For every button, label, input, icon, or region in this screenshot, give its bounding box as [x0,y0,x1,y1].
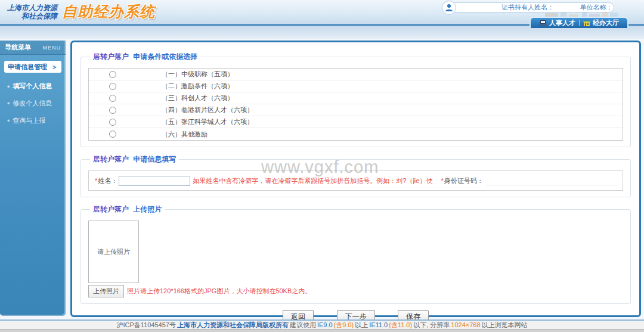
unit-name-value [613,4,614,11]
radio-button-icon[interactable] [109,71,116,78]
unit-name-label: 单位名称： [580,3,613,12]
option-label: （四）临港新片区人才（六项） [162,106,253,114]
browser-advice: 建议使用 [290,321,316,330]
radio-button-icon[interactable] [109,131,116,138]
section-application-info: 居转户落户 申请信息填写 * 姓名： 如果姓名中含有冷僻字，请在冷僻字后紧跟括号… [80,154,631,197]
ie-max-note: (含11.0) [389,321,412,330]
copyright-link[interactable]: 上海市人力资源和社会保障局版权所有 [177,321,289,330]
option-label: （一）中级职称（五项） [162,70,234,79]
id-number-input[interactable] [486,176,617,185]
condition-option-row[interactable]: （三）科创人才（六项） [89,92,623,104]
required-mark: * [441,177,443,184]
resolution-value: 1024×768 [451,321,480,328]
ie-min-version: IE9.0 [317,321,333,328]
legend-prefix: 居转户落户 [93,205,129,213]
advice-after: 以下, 分辨率 [413,321,450,330]
radio-button-icon[interactable] [109,107,116,114]
chevron-right-icon: ＞ [51,63,58,72]
photo-format-note: 照片请上传120*166格式的JPG图片，大小请控制在50KB之内。 [127,287,311,296]
section-legend: 居转户落户 申请信息填写 [90,154,179,165]
legend-text: 上传照片 [133,205,162,213]
tab-label: 经办大厅 [593,18,619,27]
icp-number: 沪ICP备11045457号 [116,321,175,330]
photo-preview-box: 请上传照片 [88,221,139,283]
upload-photo-button[interactable]: 上传照片 [88,285,124,297]
condition-option-row[interactable]: （二）激励条件（六项） [89,80,623,92]
building-icon [583,20,590,26]
legend-text: 申请条件或依据选择 [133,52,197,61]
cert-holder-name-label: 证书持有人姓名： [501,3,554,12]
advice-tail: 以上浏览本网站 [482,321,528,330]
logo-line1: 上海市人力资源 [7,4,57,12]
sidebar-menu-tag: MENU [43,45,61,51]
option-label: （六）其他激励 [162,130,208,139]
condition-option-row[interactable]: （一）中级职称（五项） [89,69,623,80]
photo-placeholder-text: 请上传照片 [97,247,130,256]
name-id-form-row: * 姓名： 如果姓名中含有冷僻字，请在冷僻字后紧跟括号加拼音加括号。例如：刘?（… [88,170,623,191]
section-upload-photo: 居转户落户 上传照片 请上传照片 上传照片 照片请上传120*166格式的JPG… [80,204,631,304]
tab-label: 人事人才 [549,18,575,27]
upload-row: 上传照片 照片请上传120*166格式的JPG图片，大小请控制在50KB之内。 [88,285,623,297]
section-condition-select: 居转户落户 申请条件或依据选择 （一）中级职称（五项） （二）激励条件（六项） … [80,52,631,147]
sidebar-item-query-report[interactable]: • 查询与上报 [0,112,66,129]
id-label-wrap: * 身份证号码： [441,176,483,185]
sidebar-group-application-info[interactable]: 申请信息管理 ＞ [4,61,61,73]
logo-org-name: 上海市人力资源 和社会保障 [7,4,57,20]
advice-between: 以上 [355,321,368,330]
ie-min-note: (含9.0) [334,321,354,330]
id-number-label: 身份证号码： [444,176,484,185]
main-content-panel: 居转户落户 申请条件或依据选择 （一）中级职称（五项） （二）激励条件（六项） … [70,41,641,317]
person-icon [442,1,456,15]
sidebar-title: 导航菜单 [5,43,31,52]
option-label: （二）激励条件（六项） [162,82,234,91]
option-label: （三）科创人才（六项） [162,94,234,103]
sidebar-item-label: 修改个人信息 [13,99,52,108]
tab-personnel-talent[interactable]: 人事人才 [535,18,579,27]
top-nav-tabs: 人事人才 经办大厅 [530,17,628,28]
sidebar-item-fill-personal-info[interactable]: • 填写个人信息 [0,77,66,95]
sidebar-header: 导航菜单 MENU [0,41,66,55]
menu-bullet-icon: • [7,84,10,89]
menu-bullet-icon: • [7,101,10,106]
condition-option-row[interactable]: （六）其他激励 [89,128,623,140]
section-legend: 居转户落户 申请条件或依据选择 [90,52,200,62]
radio-button-icon[interactable] [109,119,116,126]
legend-prefix: 居转户落户 [93,155,129,163]
legend-prefix: 居转户落户 [93,52,129,61]
ie-max-version: IE11.0 [369,321,388,328]
sidebar-nav: 导航菜单 MENU 申请信息管理 ＞ • 填写个人信息 • 修改个人信息 • 查… [0,41,66,316]
section-legend: 居转户落户 上传照片 [90,204,165,215]
laptop-icon [539,20,547,26]
option-label: （五）张江科学城人才（六项） [162,117,253,126]
name-input[interactable] [119,176,190,186]
radio-button-icon[interactable] [109,83,116,90]
legend-text: 申请信息填写 [133,155,176,163]
tab-service-hall[interactable]: 经办大厅 [580,18,623,27]
condition-options-table: （一）中级职称（五项） （二）激励条件（六项） （三）科创人才（六项） （四）临… [88,68,623,141]
radio-button-icon[interactable] [109,95,116,102]
cert-holder-name-value [554,4,555,11]
logo-system-name: 自助经办系统 [62,2,155,21]
logo-line2: 和社会保障 [7,12,57,20]
menu-bullet-icon: • [7,119,10,123]
sidebar-item-label: 填写个人信息 [13,82,52,91]
sidebar-item-label: 查询与上报 [13,116,45,125]
user-info-bar: 证书持有人姓名： 单位名称： [442,2,614,13]
sidebar-item-edit-personal-info[interactable]: • 修改个人信息 [0,95,66,112]
condition-option-row[interactable]: （四）临港新片区人才（六项） [89,104,623,116]
name-label: 姓名： [98,176,117,185]
page: 上海市人力资源 和社会保障 自助经办系统 证书持有人姓名： 单位名称： [0,0,644,332]
page-footer: 沪ICP备11045457号 上海市人力资源和社会保障局版权所有 建议使用 IE… [0,321,644,329]
app-logo: 上海市人力资源 和社会保障 自助经办系统 [7,2,155,21]
sidebar-group-label: 申请信息管理 [8,63,47,72]
required-mark: * [95,177,97,184]
condition-option-row[interactable]: （五）张江科学城人才（六项） [89,116,623,128]
rare-character-hint: 如果姓名中含有冷僻字，请在冷僻字后紧跟括号加拼音加括号。例如：刘?（jie）使 [193,176,432,185]
bottom-bar [0,329,644,332]
